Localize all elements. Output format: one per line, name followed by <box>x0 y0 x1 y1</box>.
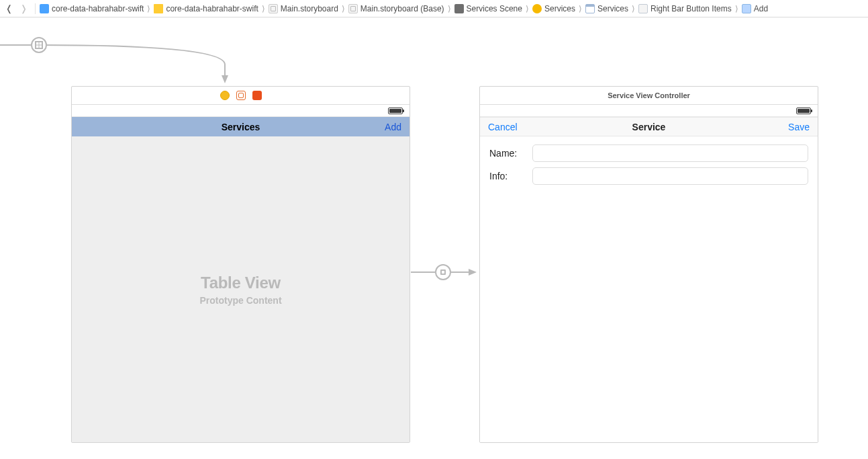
nav-title: Services <box>120 122 361 132</box>
battery-icon <box>388 108 403 114</box>
service-form: Name: Info: <box>480 136 818 200</box>
exit-icon <box>252 91 262 100</box>
crumb-label: Services <box>544 4 575 13</box>
scene-service-form[interactable]: Service View Controller Cancel Service S… <box>479 86 818 443</box>
table-view-placeholder: Table View Prototype Content <box>72 136 409 442</box>
barbuttons-icon <box>638 4 648 13</box>
chevron-right-icon: ⟩ <box>525 4 530 13</box>
crumb-folder[interactable]: core-data-habrahabr-swift <box>152 4 259 13</box>
chevron-right-icon: ⟩ <box>341 4 346 13</box>
crumb-storyboard[interactable]: Main.storyboard <box>267 4 340 13</box>
entry-glyph-icon <box>35 41 43 49</box>
back-button[interactable]: ❬ <box>3 0 15 17</box>
add-glyph-icon <box>742 4 751 13</box>
storyboard-icon <box>348 4 358 13</box>
nav-cancel-button[interactable]: Cancel <box>488 122 528 132</box>
table-view-title: Table View <box>201 274 281 292</box>
crumb-label: Main.storyboard <box>281 4 338 13</box>
status-bar <box>72 105 409 117</box>
scene-header-services[interactable] <box>72 87 409 105</box>
nav-bar-services[interactable]: Services Add <box>72 117 409 136</box>
crumb-add-item[interactable]: Add <box>740 4 769 13</box>
storyboard-entry-point[interactable] <box>31 37 47 53</box>
name-label: Name: <box>489 148 524 159</box>
svg-marker-0 <box>222 75 228 83</box>
chevron-right-icon: ⟩ <box>261 4 266 13</box>
table-view-subtitle: Prototype Content <box>199 295 281 306</box>
crumb-label: core-data-habrahabr-swift <box>52 4 144 13</box>
view-icon <box>585 4 595 13</box>
crumb-controller[interactable]: Services <box>531 4 577 13</box>
segue-glyph-icon <box>440 269 446 275</box>
scene-header-title: Service View Controller <box>608 91 690 99</box>
status-bar <box>480 105 818 117</box>
form-view[interactable]: Name: Info: <box>480 136 818 442</box>
chevron-right-icon: ⟩ <box>578 4 583 13</box>
crumb-nav-view[interactable]: Services <box>584 4 630 13</box>
crumb-label: Services <box>597 4 628 13</box>
segue-node[interactable] <box>435 264 451 280</box>
chevron-right-icon: ⟩ <box>447 4 452 13</box>
chevron-right-icon: ⟩ <box>631 4 636 13</box>
scene-services[interactable]: Services Add Table View Prototype Conten… <box>71 86 410 443</box>
crumb-label: core-data-habrahabr-swift <box>166 4 258 13</box>
jump-bar: ❬ ❭ core-data-habrahabr-swift ⟩ core-dat… <box>0 0 868 17</box>
form-row-info: Info: <box>489 167 808 185</box>
divider <box>35 3 36 14</box>
crumb-project[interactable]: core-data-habrahabr-swift <box>38 4 145 13</box>
nav-title: Service <box>528 122 769 132</box>
crumb-label: Services Scene <box>467 4 522 13</box>
storyboard-icon <box>269 4 278 13</box>
scene-icon <box>454 4 464 13</box>
first-responder-icon <box>236 91 246 100</box>
chevron-right-icon: ⟩ <box>146 4 151 13</box>
battery-icon <box>796 108 811 114</box>
crumb-right-bar-button-items[interactable]: Right Bar Button Items <box>637 4 733 13</box>
controller-icon <box>220 91 230 100</box>
name-field[interactable] <box>532 144 808 162</box>
crumb-label: Right Bar Button Items <box>650 4 732 13</box>
crumb-label: Add <box>754 4 768 13</box>
chevron-right-icon: ⟩ <box>734 4 739 13</box>
info-label: Info: <box>489 171 524 181</box>
crumb-storyboard-base[interactable]: Main.storyboard (Base) <box>347 4 446 13</box>
form-row-name: Name: <box>489 144 808 162</box>
history-nav: ❬ ❭ <box>3 0 32 17</box>
controller-icon <box>532 4 542 13</box>
crumb-scene[interactable]: Services Scene <box>453 4 524 13</box>
nav-save-button[interactable]: Save <box>769 122 810 132</box>
svg-marker-3 <box>469 269 477 276</box>
swift-doc-icon <box>40 4 49 13</box>
folder-icon <box>154 4 163 13</box>
nav-add-button[interactable]: Add <box>361 122 401 132</box>
nav-bar-service-form[interactable]: Cancel Service Save <box>480 117 818 136</box>
table-view[interactable]: Table View Prototype Content <box>72 136 409 442</box>
scene-header-service-form[interactable]: Service View Controller <box>480 87 818 105</box>
crumb-label: Main.storyboard (Base) <box>360 4 444 13</box>
forward-button[interactable]: ❭ <box>17 0 30 17</box>
storyboard-canvas[interactable]: Services Add Table View Prototype Conten… <box>0 17 868 459</box>
info-field[interactable] <box>532 167 808 185</box>
